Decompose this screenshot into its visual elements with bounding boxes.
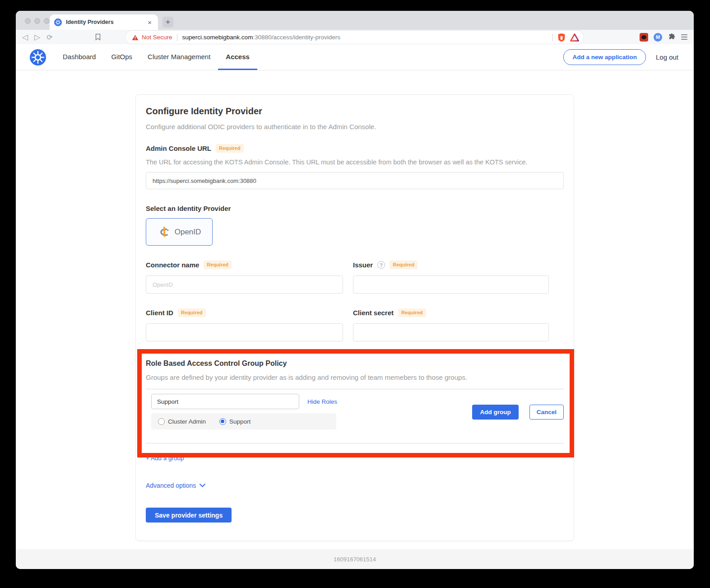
back-icon[interactable]: ◁ xyxy=(22,33,28,42)
client-secret-field: Client secret Required xyxy=(353,308,549,341)
client-secret-label: Client secret xyxy=(353,309,394,317)
issuer-input[interactable] xyxy=(353,275,549,294)
client-id-label: Client ID xyxy=(146,309,173,317)
chevron-down-icon xyxy=(200,484,205,487)
browser-tab[interactable]: Identity Providers × xyxy=(50,14,158,30)
bookmark-icon[interactable] xyxy=(94,33,102,41)
client-id-input[interactable] xyxy=(146,323,343,341)
tab-close-icon[interactable]: × xyxy=(146,18,153,27)
admin-console-url-label: Admin Console URL xyxy=(146,145,211,152)
extension-m-avatar-icon[interactable]: M xyxy=(654,33,662,42)
tab-title: Identity Providers xyxy=(66,19,146,25)
required-badge: Required xyxy=(216,144,244,153)
footer-timestamp: 1609167061514 xyxy=(334,556,376,563)
not-secure-warning-icon xyxy=(132,34,139,41)
browser-menu-icon[interactable] xyxy=(681,34,687,40)
extensions-puzzle-icon[interactable] xyxy=(668,33,676,41)
minimize-window-button[interactable] xyxy=(34,18,40,24)
tab-strip: Identity Providers × + xyxy=(16,11,694,30)
window-controls[interactable] xyxy=(25,18,50,24)
reload-icon[interactable]: ⟳ xyxy=(46,33,52,42)
rbac-section-subtitle: Groups are defined by your identity prov… xyxy=(146,373,564,381)
radio-unselected-icon[interactable] xyxy=(158,418,165,425)
kubernetes-favicon-icon xyxy=(54,19,62,26)
connector-name-input[interactable] xyxy=(146,275,343,294)
hide-roles-link[interactable]: Hide Roles xyxy=(307,398,337,405)
address-bar[interactable]: Not Secure superci.somebigbank.com:30880… xyxy=(125,31,584,44)
client-secret-input[interactable] xyxy=(353,323,549,341)
role-radio-group: Cluster Admin Support xyxy=(151,413,336,429)
role-option-cluster-admin[interactable]: Cluster Admin xyxy=(158,418,206,425)
configure-identity-provider-card: Configure Identity Provider Configure ad… xyxy=(135,94,574,541)
url-text[interactable]: superci.somebigbank.com:30880/access/ide… xyxy=(182,34,549,41)
role-option-support[interactable]: Support xyxy=(219,418,251,425)
client-id-field: Client ID Required xyxy=(146,308,343,341)
logout-link[interactable]: Log out xyxy=(656,53,678,61)
admin-console-url-input[interactable] xyxy=(146,172,564,189)
main-content: Configure Identity Provider Configure ad… xyxy=(16,94,694,541)
nav-item-gitops[interactable]: GitOps xyxy=(103,44,140,70)
issuer-field: Issuer ? Required xyxy=(353,261,549,294)
issuer-help-icon[interactable]: ? xyxy=(377,261,385,269)
kubernetes-logo-icon xyxy=(30,49,46,65)
browser-toolbar: ◁ ▷ ⟳ Not Secure superci.somebigbank.com… xyxy=(16,30,694,44)
nav-item-dashboard[interactable]: Dashboard xyxy=(55,44,103,70)
page-title: Configure Identity Provider xyxy=(146,106,564,117)
footer-bar: 1609167061514 xyxy=(16,549,694,569)
required-badge: Required xyxy=(178,308,206,317)
issuer-label: Issuer xyxy=(353,261,373,269)
rbac-section-title: Role Based Access Control Group Policy xyxy=(146,359,564,368)
group-name-input[interactable] xyxy=(151,394,299,409)
save-provider-settings-button[interactable]: Save provider settings xyxy=(146,508,232,523)
required-badge: Required xyxy=(390,261,418,269)
address-divider xyxy=(552,34,553,41)
required-badge: Required xyxy=(398,308,426,317)
admin-console-url-help: The URL for accessing the KOTS Admin Con… xyxy=(146,159,564,166)
rbac-divider-top xyxy=(146,389,564,389)
connector-name-label: Connector name xyxy=(146,261,199,269)
forward-icon[interactable]: ▷ xyxy=(34,33,40,42)
brave-shield-icon[interactable] xyxy=(557,33,566,42)
select-provider-label: Select an Identity Provider xyxy=(146,205,564,212)
connector-name-field: Connector name Required xyxy=(146,261,343,294)
add-group-button[interactable]: Add group xyxy=(472,405,518,420)
browser-window: Identity Providers × + ◁ ▷ ⟳ Not Secure … xyxy=(16,11,694,569)
app-nav-menu: Dashboard GitOps Cluster Management Acce… xyxy=(55,44,257,70)
page-subtitle: Configure additional ODIC providers to a… xyxy=(146,123,564,131)
required-badge: Required xyxy=(204,261,232,269)
advanced-options-toggle[interactable]: Advanced options xyxy=(146,482,564,489)
close-window-button[interactable] xyxy=(25,18,31,24)
rbac-divider-bottom xyxy=(146,443,564,443)
add-a-group-link[interactable]: + Add a group xyxy=(146,455,184,462)
extension-red-icon[interactable] xyxy=(640,33,648,42)
add-new-application-button[interactable]: Add a new application xyxy=(563,49,646,65)
brave-rewards-triangle-icon[interactable] xyxy=(570,33,579,42)
app-header: Dashboard GitOps Cluster Management Acce… xyxy=(16,44,694,70)
openid-provider-name: OpenID xyxy=(175,228,201,237)
group-form: Hide Roles Cluster Admin Support Add gro… xyxy=(146,394,564,435)
nav-item-cluster-management[interactable]: Cluster Management xyxy=(140,44,218,70)
cancel-button[interactable]: Cancel xyxy=(529,405,564,420)
openid-provider-tile[interactable]: OpenID xyxy=(146,218,213,246)
address-divider xyxy=(177,34,177,41)
new-tab-button[interactable]: + xyxy=(162,17,173,28)
openid-logo-icon xyxy=(158,225,171,239)
radio-selected-icon[interactable] xyxy=(219,418,226,425)
not-secure-label: Not Secure xyxy=(142,34,172,41)
nav-item-access[interactable]: Access xyxy=(218,44,257,70)
zoom-window-button[interactable] xyxy=(44,18,50,24)
